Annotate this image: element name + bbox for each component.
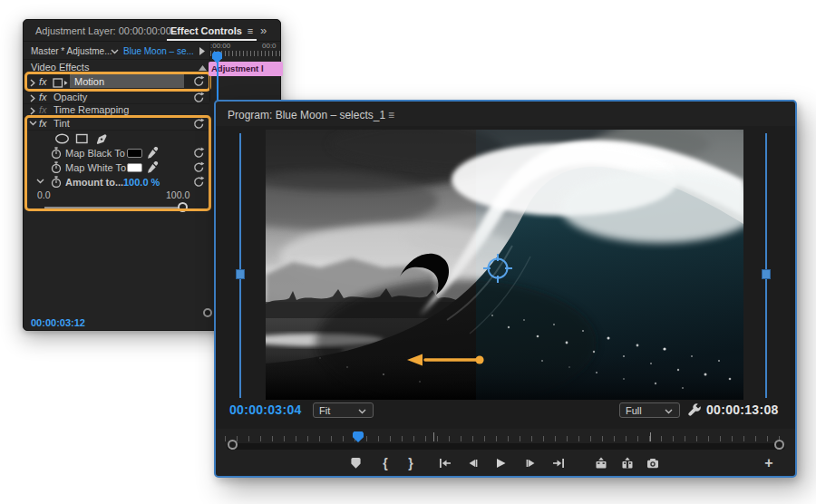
effect-row-time-remapping[interactable]: fx Time Remapping [24, 104, 209, 117]
program-stage [216, 126, 795, 429]
reset-icon[interactable] [192, 161, 205, 173]
go-to-in-button[interactable] [434, 455, 456, 471]
tab-effect-controls[interactable]: Effect Controls≡ [167, 24, 257, 41]
motion-effect-name[interactable]: Motion [70, 74, 184, 88]
lift-button[interactable] [590, 455, 612, 471]
amount-slider-track[interactable] [44, 207, 187, 208]
split-view-handle-left[interactable] [236, 269, 245, 279]
master-clip-selector[interactable]: Master * Adjustme... [31, 46, 112, 56]
fx-badge[interactable]: fx [39, 76, 47, 87]
eyedropper-icon[interactable] [147, 147, 159, 159]
playback-resolution-select[interactable]: Full [619, 402, 680, 418]
next-arrow-icon[interactable] [199, 47, 206, 55]
clip-source-row: Master * Adjustme... Blue Moon – se... [24, 42, 209, 60]
settings-wrench-icon[interactable] [687, 403, 702, 418]
split-view-line-left[interactable] [239, 133, 241, 398]
effect-row-tint[interactable]: fx Tint [24, 117, 209, 131]
amount-label: Amount to... [65, 177, 123, 188]
time-remapping-effect-name[interactable]: Time Remapping [53, 104, 129, 115]
step-back-button[interactable] [461, 455, 483, 471]
button-editor-add-button[interactable]: + [758, 455, 780, 471]
effect-controls-timeline: :00:00 00:0 Adjustment l [209, 42, 282, 102]
chevron-down-icon[interactable] [29, 121, 37, 126]
program-titlebar: Program: Blue Moon – selects_1 ≡ [216, 102, 795, 126]
program-video-frame[interactable] [266, 130, 743, 400]
rectangle-mask-icon[interactable] [75, 133, 89, 144]
reset-icon[interactable] [192, 176, 205, 188]
effect-controls-titlebar: Adjustment Layer: 00:00:00:00 Effect Con… [24, 20, 280, 42]
program-scrollbar[interactable] [227, 443, 785, 450]
pen-mask-icon[interactable] [95, 132, 109, 145]
ruler-major-tick [433, 432, 434, 441]
video-effects-header[interactable]: Video Effects [24, 61, 209, 74]
go-to-out-button[interactable] [548, 455, 569, 471]
param-row-map-white: Map White To [24, 160, 209, 175]
fx-badge[interactable]: fx [39, 118, 47, 129]
anchor-crosshair[interactable] [482, 253, 513, 284]
param-row-map-black: Map Black To [24, 146, 209, 160]
opacity-effect-name[interactable]: Opacity [53, 92, 87, 102]
add-marker-button[interactable] [345, 455, 366, 471]
map-white-label: Map White To [65, 162, 126, 173]
program-monitor-panel: Program: Blue Moon – selects_1 ≡ [214, 100, 797, 478]
play-button[interactable] [490, 455, 511, 471]
chevron-right-icon[interactable] [30, 79, 35, 87]
collapse-up-icon[interactable] [199, 65, 207, 71]
effect-row-motion[interactable]: fx Motion [24, 74, 209, 92]
panel-menu-icon[interactable]: ≡ [388, 109, 394, 121]
map-black-label: Map Black To [65, 148, 125, 159]
sequence-clip-selector[interactable]: Blue Moon – se... [123, 46, 194, 56]
eyedropper-icon[interactable] [147, 161, 159, 173]
ruler-major-tick [650, 432, 651, 441]
reset-icon[interactable] [192, 147, 205, 159]
current-timecode[interactable]: 00:00:03:04 [229, 402, 302, 417]
ruler-label: 00:0 [262, 42, 277, 50]
effect-row-opacity[interactable]: fx Opacity [24, 92, 209, 104]
stopwatch-icon[interactable] [51, 147, 62, 159]
video-effects-label: Video Effects [31, 62, 89, 73]
program-time-ruler[interactable] [225, 436, 785, 441]
chevron-down-icon [358, 409, 366, 414]
white-color-swatch[interactable] [127, 163, 142, 172]
split-view-handle-right[interactable] [762, 269, 771, 279]
overflow-icon[interactable]: » [260, 24, 266, 37]
fx-badge-disabled[interactable]: fx [39, 104, 47, 115]
scrollbar-handle-right[interactable] [774, 440, 784, 450]
chevron-right-icon[interactable] [30, 107, 35, 115]
zoom-level-select[interactable]: Fit [313, 402, 374, 418]
mark-out-glyph: } [408, 456, 413, 470]
fx-badge[interactable]: fx [39, 92, 47, 102]
panel-menu-icon[interactable]: ≡ [248, 25, 253, 36]
motion-effect-icon [53, 78, 68, 88]
mark-out-button[interactable]: } [400, 455, 422, 471]
chevron-right-icon[interactable] [30, 94, 35, 102]
amount-value[interactable]: 100.0 % [123, 177, 160, 188]
step-forward-button[interactable] [520, 455, 542, 471]
reset-icon[interactable] [192, 92, 205, 103]
mask-tools-row [24, 132, 209, 146]
black-color-swatch[interactable] [127, 149, 142, 158]
mark-in-button[interactable]: { [374, 455, 396, 471]
export-frame-button[interactable] [642, 455, 664, 471]
adjustment-layer-clip-bar[interactable]: Adjustment l [209, 62, 283, 76]
extract-button[interactable] [617, 455, 638, 471]
annotation-arrow-left [398, 352, 489, 368]
resolution-value: Full [626, 405, 642, 416]
param-row-amount: Amount to... 100.0 % [24, 175, 209, 189]
scrollbar-handle-left[interactable] [228, 440, 238, 450]
reset-icon[interactable] [192, 75, 205, 87]
plus-glyph: + [764, 455, 772, 471]
stopwatch-icon[interactable] [51, 176, 62, 188]
tint-effect-name[interactable]: Tint [53, 118, 70, 129]
scrollbar-nub[interactable] [203, 308, 212, 317]
ellipse-mask-icon[interactable] [54, 133, 70, 144]
split-view-line-right[interactable] [765, 133, 767, 398]
playhead-line [217, 58, 219, 101]
ruler-label: :00:00 [210, 42, 230, 50]
chevron-down-icon [111, 49, 119, 54]
reset-icon[interactable] [192, 118, 205, 130]
chevron-down-icon[interactable] [36, 179, 44, 184]
slider-max-label: 100.0 [166, 189, 189, 200]
amount-slider-handle[interactable] [178, 202, 188, 212]
stopwatch-icon[interactable] [51, 161, 62, 173]
